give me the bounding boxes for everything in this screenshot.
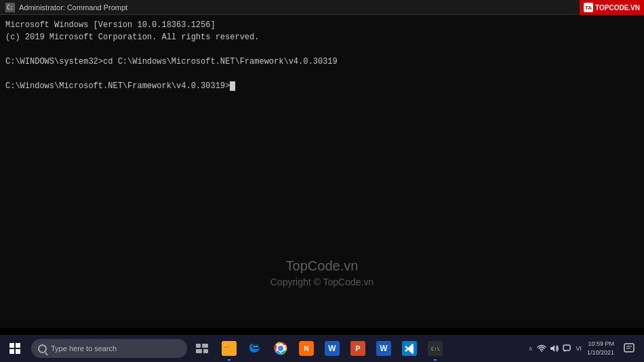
app-word[interactable]: W: [320, 335, 344, 362]
search-icon: [38, 344, 47, 353]
cmd-area[interactable]: Microsoft Windows [Version 10.0.18363.12…: [0, 15, 644, 328]
app-file-explorer[interactable]: [217, 335, 241, 362]
system-tray: ∧: [522, 335, 644, 362]
logo-icon: TA: [584, 3, 593, 12]
svg-marker-13: [550, 345, 555, 352]
svg-rect-4: [196, 349, 202, 353]
app-powerpoint[interactable]: P: [346, 335, 370, 362]
taskbar: Type here to search: [0, 335, 644, 362]
task-view-button[interactable]: [190, 335, 214, 362]
cmd-icon: C:: [5, 3, 15, 12]
svg-text:C:: C:: [7, 5, 14, 11]
app-cmd[interactable]: C:\: [423, 335, 447, 362]
tray-time: 10:59 PM: [587, 340, 614, 348]
tray-icons: [536, 343, 573, 354]
svg-rect-8: [224, 344, 227, 346]
cmd-output: Microsoft Windows [Version 10.0.18363.12…: [5, 19, 639, 92]
watermark-copyright: Copyright © TopCode.vn: [270, 277, 374, 287]
start-button[interactable]: [0, 335, 30, 362]
app-orange[interactable]: N: [294, 335, 319, 362]
svg-text:C:\: C:\: [431, 346, 440, 352]
svg-point-10: [278, 346, 283, 351]
language-code: VI: [576, 345, 582, 353]
windows-icon: [9, 343, 20, 354]
app-word2[interactable]: W: [371, 335, 396, 362]
window-title: Administrator: Command Prompt: [19, 3, 127, 12]
network-icon[interactable]: [536, 343, 547, 354]
logo-text: TOPCODE.VN: [595, 4, 640, 12]
app-orange-label: N: [304, 345, 308, 353]
app-word-label: W: [328, 344, 336, 353]
svg-rect-2: [196, 344, 201, 348]
tray-language[interactable]: VI: [576, 345, 582, 353]
title-bar: C: Administrator: Command Prompt — □ ✕: [0, 0, 644, 15]
action-center-button[interactable]: [620, 335, 639, 362]
title-bar-left: C: Administrator: Command Prompt: [5, 3, 127, 12]
app-edge[interactable]: [243, 335, 267, 362]
app-powerpoint-label: P: [355, 344, 360, 353]
taskbar-search[interactable]: Type here to search: [31, 339, 187, 358]
topcode-logo: TA TOPCODE.VN: [580, 0, 644, 15]
svg-rect-14: [563, 345, 570, 350]
pinned-apps: N W P W: [217, 335, 522, 362]
svg-rect-3: [202, 344, 208, 348]
svg-rect-15: [624, 344, 634, 352]
notification-icon[interactable]: [562, 343, 573, 354]
task-view-icon: [196, 344, 208, 353]
tray-datetime[interactable]: 10:59 PM 1/10/2021: [584, 340, 617, 357]
tray-chevron[interactable]: ∧: [527, 344, 534, 354]
app-vscode[interactable]: [397, 335, 422, 362]
watermark: TopCode.vn Copyright © TopCode.vn: [270, 258, 374, 287]
search-placeholder: Type here to search: [51, 344, 117, 353]
app-word2-label: W: [380, 344, 387, 353]
volume-icon[interactable]: [549, 343, 560, 354]
app-chrome[interactable]: [268, 335, 293, 362]
watermark-title: TopCode.vn: [270, 258, 374, 274]
tray-date: 1/10/2021: [587, 348, 614, 357]
svg-rect-5: [203, 349, 208, 353]
